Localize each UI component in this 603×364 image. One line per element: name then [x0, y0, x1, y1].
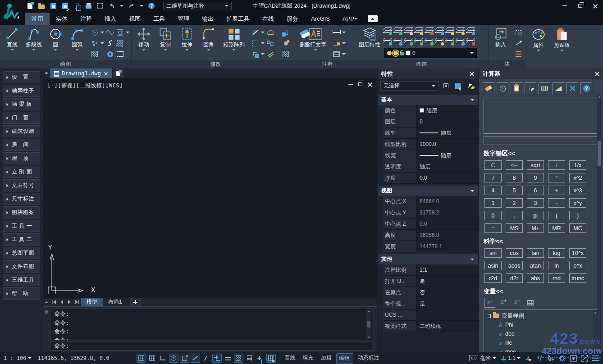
spline-icon[interactable] — [105, 39, 114, 48]
calc-key[interactable]: d2r — [506, 273, 523, 283]
sidebar-item[interactable]: 立 剖 面 — [3, 166, 40, 178]
calc-key[interactable]: asin — [484, 261, 502, 270]
polar-tracking-icon[interactable] — [169, 354, 178, 363]
leader-icon[interactable] — [332, 39, 341, 48]
command-scrollbar[interactable] — [366, 309, 371, 339]
calc-key[interactable]: 9 — [527, 173, 544, 182]
sidebar-item[interactable]: 总图平面 — [3, 247, 40, 259]
sidebar-item[interactable]: 文表符号 — [3, 179, 40, 191]
field-box-icon[interactable] — [96, 2, 104, 9]
add-layout-icon[interactable] — [130, 298, 142, 306]
layer-tool-icon[interactable] — [425, 36, 434, 46]
dropdown-icon[interactable] — [261, 42, 265, 44]
redo-icon[interactable] — [128, 2, 135, 9]
sidebar-item[interactable]: 工 具 一 — [3, 220, 40, 232]
isolate-objects-icon[interactable] — [570, 355, 577, 362]
menu-tab[interactable]: APP+ — [336, 13, 364, 25]
calc-key[interactable]: rnd — [548, 273, 565, 283]
layer-tool-icon[interactable] — [404, 36, 413, 46]
calc-key[interactable]: 10^x — [569, 248, 586, 258]
object-snap-tracking-icon[interactable] — [201, 354, 211, 363]
calc-key[interactable]: = — [484, 223, 502, 233]
sidebar-item[interactable]: 帮 助 — [3, 287, 40, 300]
calculator-mode-icon[interactable] — [525, 298, 536, 308]
dropdown-icon[interactable] — [261, 53, 265, 55]
select-objects-icon[interactable] — [465, 81, 475, 91]
viewport-icon[interactable] — [266, 354, 276, 363]
last-tab-icon[interactable] — [73, 298, 81, 306]
calc-key[interactable]: e^x — [569, 261, 586, 270]
get-coordinates-icon[interactable] — [525, 82, 536, 94]
stretch-button[interactable]: 拉伸 — [177, 26, 197, 51]
copy-button[interactable]: 复制 — [155, 26, 176, 51]
next-tab-icon[interactable] — [66, 298, 73, 306]
restore-button[interactable] — [572, 0, 588, 12]
calc-key[interactable]: 1/x — [569, 160, 586, 170]
revision-circle-icon[interactable] — [90, 28, 99, 37]
menu-tab[interactable]: 实体 — [50, 13, 74, 25]
minimize-button[interactable] — [557, 0, 572, 12]
layer-tool-icon[interactable] — [445, 26, 454, 35]
close-properties-icon[interactable] — [470, 72, 474, 76]
menu-tab[interactable]: ArcGIS — [305, 13, 336, 25]
variable-tool-icon[interactable]: x+ — [484, 298, 495, 308]
hatch-icon[interactable] — [90, 50, 99, 59]
dropdown-icon[interactable] — [342, 53, 346, 55]
scientific-label[interactable]: 科学<< — [479, 233, 603, 246]
layer-combo[interactable]: 0 — [384, 48, 477, 58]
calc-key[interactable]: <-- — [506, 160, 523, 170]
status-toggle[interactable]: 加粗 — [318, 353, 334, 364]
model-canvas[interactable]: [-][俯视][二维线框][WCS] Y X — [43, 78, 377, 298]
help-icon[interactable]: ? — [148, 2, 155, 9]
dropdown-icon[interactable] — [100, 42, 104, 44]
calc-key[interactable]: trunc — [569, 273, 586, 283]
align-icon[interactable] — [266, 39, 275, 48]
layer-tool-icon[interactable] — [435, 26, 444, 35]
point-style-icon[interactable] — [90, 39, 99, 48]
calc-key[interactable]: 6 — [527, 186, 544, 195]
variable-tool-icon[interactable]: x+ — [498, 298, 509, 308]
calc-key[interactable]: 2 — [506, 198, 523, 208]
measure-angle-icon[interactable] — [553, 82, 564, 94]
open-folder-icon[interactable] — [38, 2, 45, 9]
status-toggle[interactable]: 填充 — [300, 353, 316, 364]
calc-key[interactable]: sqrt — [527, 160, 544, 170]
menu-tab[interactable]: 注释 — [74, 13, 98, 25]
property-row[interactable]: 线型比例 1000.0 — [383, 139, 478, 150]
section-header-basic[interactable]: 基本 — [378, 95, 478, 105]
doc-close-icon[interactable] — [368, 82, 372, 86]
calc-key[interactable]: MR — [548, 223, 565, 233]
calc-key[interactable]: ) — [569, 211, 586, 220]
layer-tool-icon[interactable] — [383, 26, 392, 35]
block-attributes-icon[interactable] — [514, 50, 523, 59]
variables-root-node[interactable]: 变量样例 — [487, 311, 592, 320]
boundary-icon[interactable] — [115, 39, 124, 48]
quick-properties-icon[interactable] — [245, 354, 254, 363]
insert-button[interactable]: 插入 — [490, 26, 511, 49]
doc-minimize-icon[interactable] — [348, 84, 353, 85]
new-document-icon[interactable] — [113, 68, 124, 78]
numpad-label[interactable]: 数字键区<< — [479, 145, 603, 159]
new-file-icon[interactable] — [26, 2, 33, 9]
pickadd-toggle-icon[interactable] — [453, 81, 463, 91]
prev-tab-icon[interactable] — [58, 298, 65, 306]
property-row[interactable]: 图层 0 — [383, 116, 478, 127]
section-header-other[interactable]: 其他 — [378, 254, 478, 264]
status-toggle[interactable]: 编组 — [336, 353, 353, 364]
offset-icon[interactable] — [251, 39, 260, 48]
measure-distance-icon[interactable] — [539, 82, 550, 94]
layout-tab[interactable]: 模型 — [81, 298, 103, 306]
auto-annotation-icon[interactable] — [536, 355, 543, 362]
sidebar-item[interactable]: 房 间 — [3, 139, 40, 151]
layer-tool-icon[interactable] — [404, 26, 413, 35]
move-button[interactable]: 移动 — [133, 26, 154, 51]
dropdown-icon[interactable] — [342, 32, 346, 33]
sidebar-item[interactable]: 三维工具 — [3, 274, 40, 286]
sidebar-item[interactable]: 屋 顶 — [3, 152, 40, 164]
sidebar-item[interactable]: 建筑设施 — [3, 125, 40, 137]
polyline-button[interactable]: 多段线 — [23, 26, 44, 51]
line-button[interactable]: 直线 — [2, 26, 23, 51]
property-row[interactable]: 中心点 Y 31758.2 — [383, 207, 478, 218]
create-block-icon[interactable] — [514, 28, 523, 37]
intersection-icon[interactable] — [566, 82, 578, 94]
